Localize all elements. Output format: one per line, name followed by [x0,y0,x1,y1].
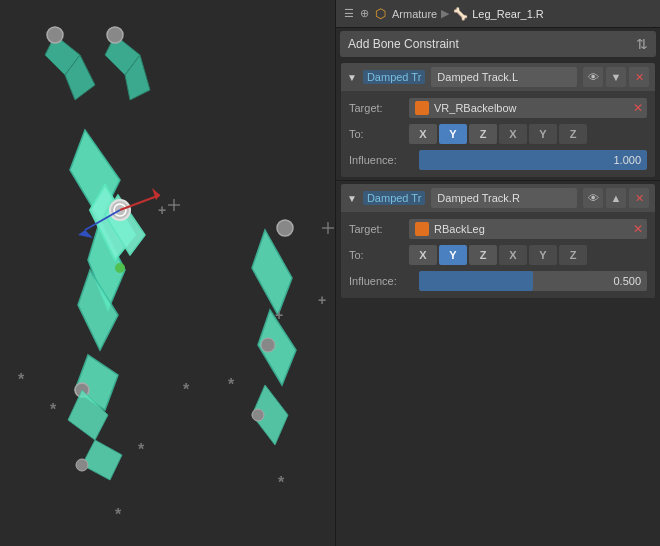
target-row-2: Target: RBackLeg ✕ [349,218,647,240]
bone-label[interactable]: Leg_Rear_1.R [472,8,544,20]
axis-y-pos-1[interactable]: Y [439,124,467,144]
axis-z-neg-1[interactable]: Z [559,124,587,144]
target-label-1: Target: [349,102,409,114]
constraint-actions-2: 👁 ▲ ✕ [583,188,649,208]
expand-icon: ⇅ [636,36,648,52]
influence-bar-2[interactable]: 0.500 [419,271,647,291]
influence-row-1: Influence: 1.000 [349,149,647,171]
add-bone-constraint-button[interactable]: Add Bone Constraint ⇅ [340,31,656,57]
target-row-1: Target: VR_RBackelbow ✕ [349,97,647,119]
axis-z-pos-1[interactable]: Z [469,124,497,144]
constraint-name-input-2[interactable]: Damped Track.R [431,188,577,208]
influence-label-2: Influence: [349,275,419,287]
constraint-name-input-1[interactable]: Damped Track.L [431,67,577,87]
influence-label-1: Influence: [349,154,419,166]
axis-x-neg-1[interactable]: X [499,124,527,144]
header-bar: ☰ ⊕ ⬡ Armature ▶ 🦴 Leg_Rear_1.R [336,0,660,28]
svg-text:+: + [318,292,326,308]
axis-group-1: X Y Z X Y Z [409,124,587,144]
axis-y-neg-1[interactable]: Y [529,124,557,144]
svg-point-29 [261,338,275,352]
constraint-type-1: Damped Tr [363,70,425,84]
svg-point-31 [252,409,264,421]
axis-x-neg-2[interactable]: X [499,245,527,265]
constraint-toggle-2[interactable]: ▼ [347,193,357,204]
right-panel: ☰ ⊕ ⬡ Armature ▶ 🦴 Leg_Rear_1.R Add Bone… [335,0,660,546]
influence-fill-2 [419,271,533,291]
constraint-type-2: Damped Tr [363,191,425,205]
clear-target-1[interactable]: ✕ [633,101,643,115]
svg-point-25 [76,459,88,471]
svg-text:*: * [183,381,190,398]
target-label-2: Target: [349,223,409,235]
svg-text:*: * [115,506,122,523]
bone-icon: 🦴 [453,7,468,21]
armature-icon: ⬡ [375,6,386,21]
constraint-block-1: ▼ Damped Tr Damped Track.L 👁 ▼ ✕ [340,62,656,178]
to-row-2: To: X Y Z X Y Z [349,244,647,266]
svg-text:*: * [50,401,57,418]
target-field-2[interactable]: RBackLeg ✕ [409,219,647,239]
svg-text:*: * [18,371,25,388]
axis-z-neg-2[interactable]: Z [559,245,587,265]
axis-y-neg-2[interactable]: Y [529,245,557,265]
axis-z-pos-2[interactable]: Z [469,245,497,265]
armature-label[interactable]: Armature [392,8,437,20]
svg-text:+: + [158,202,166,218]
breadcrumb-separator: ▶ [441,7,449,20]
influence-value-1: 1.000 [613,154,641,166]
svg-point-19 [115,263,125,273]
remove-constraint-btn-1[interactable]: ✕ [629,67,649,87]
to-label-2: To: [349,249,409,261]
svg-text:*: * [228,376,235,393]
svg-text:+: + [275,307,283,323]
axis-x-pos-1[interactable]: X [409,124,437,144]
influence-row-2: Influence: 0.500 [349,270,647,292]
add-icon[interactable]: ⊕ [360,7,369,20]
to-row-1: To: X Y Z X Y Z [349,123,647,145]
constraint-actions-1: 👁 ▼ ✕ [583,67,649,87]
constraint-toggle-1[interactable]: ▼ [347,72,357,83]
svg-point-27 [277,220,293,236]
target-field-1[interactable]: VR_RBackelbow ✕ [409,98,647,118]
separator [336,180,660,181]
svg-text:*: * [138,441,145,458]
collapse-btn-1[interactable]: ▼ [606,67,626,87]
breadcrumb: Armature ▶ 🦴 Leg_Rear_1.R [392,7,544,21]
constraint-body-1: Target: VR_RBackelbow ✕ To: X Y Z X [341,91,655,177]
constraints-scroll[interactable]: ▼ Damped Tr Damped Track.L 👁 ▼ ✕ [336,60,660,546]
add-constraint-label: Add Bone Constraint [348,37,459,51]
visibility-btn-2[interactable]: 👁 [583,188,603,208]
constraint-block-2: ▼ Damped Tr Damped Track.R 👁 ▲ ✕ [340,183,656,299]
obj-icon-2 [415,222,429,236]
influence-value-2: 0.500 [613,275,641,287]
visibility-btn-1[interactable]: 👁 [583,67,603,87]
axis-x-pos-2[interactable]: X [409,245,437,265]
menu-icon[interactable]: ☰ [344,7,354,20]
constraint-header-1[interactable]: ▼ Damped Tr Damped Track.L 👁 ▼ ✕ [341,63,655,91]
to-label-1: To: [349,128,409,140]
svg-text:*: * [278,474,285,491]
collapse-btn-2[interactable]: ▲ [606,188,626,208]
svg-point-5 [47,27,63,43]
3d-viewport[interactable]: * * * * * * * + + + [0,0,335,546]
influence-bar-1[interactable]: 1.000 [419,150,647,170]
obj-icon-1 [415,101,429,115]
axis-y-pos-2[interactable]: Y [439,245,467,265]
axis-group-2: X Y Z X Y Z [409,245,587,265]
constraint-header-2[interactable]: ▼ Damped Tr Damped Track.R 👁 ▲ ✕ [341,184,655,212]
svg-point-8 [107,27,123,43]
remove-constraint-btn-2[interactable]: ✕ [629,188,649,208]
clear-target-2[interactable]: ✕ [633,222,643,236]
constraint-body-2: Target: RBackLeg ✕ To: X Y Z X Y [341,212,655,298]
